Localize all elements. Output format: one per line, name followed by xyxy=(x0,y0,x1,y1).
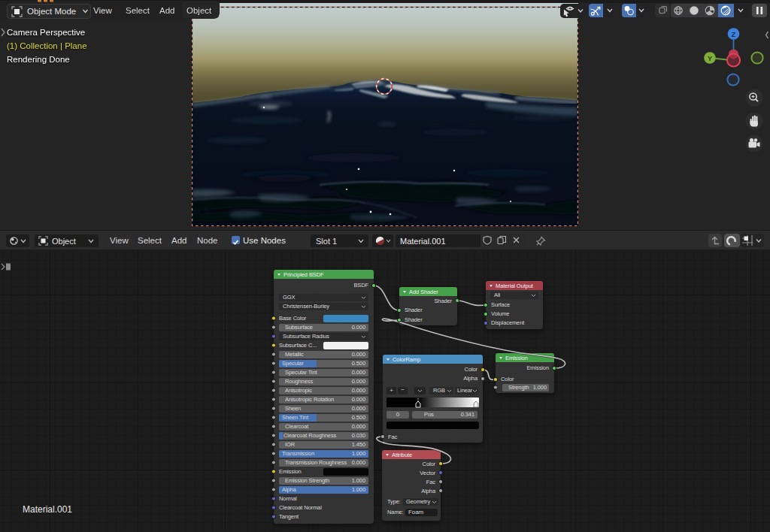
svg-text:Y: Y xyxy=(708,55,712,62)
svg-text:Z: Z xyxy=(732,31,736,38)
